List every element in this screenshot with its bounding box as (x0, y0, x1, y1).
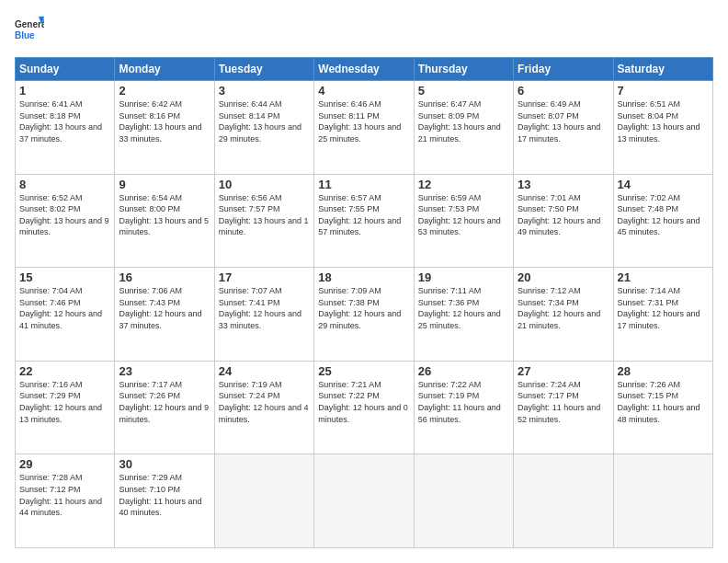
day-info: Sunrise: 7:02 AM Sunset: 7:48 PM Dayligh… (618, 192, 709, 238)
day-info: Sunrise: 7:01 AM Sunset: 7:50 PM Dayligh… (518, 192, 609, 238)
header-wednesday: Wednesday (314, 58, 414, 81)
day-info: Sunrise: 7:21 AM Sunset: 7:22 PM Dayligh… (318, 379, 409, 425)
calendar-cell-4: 4 Sunrise: 6:46 AM Sunset: 8:11 PM Dayli… (314, 81, 414, 175)
day-info: Sunrise: 6:52 AM Sunset: 8:02 PM Dayligh… (19, 192, 110, 238)
calendar-cell-17: 17 Sunrise: 7:07 AM Sunset: 7:41 PM Dayl… (214, 268, 313, 362)
day-number: 19 (418, 270, 509, 284)
day-info: Sunrise: 7:07 AM Sunset: 7:41 PM Dayligh… (219, 285, 310, 331)
calendar-cell-21: 21 Sunrise: 7:14 AM Sunset: 7:31 PM Dayl… (613, 268, 712, 362)
day-number: 6 (518, 84, 609, 98)
calendar-row-1: 1 Sunrise: 6:41 AM Sunset: 8:18 PM Dayli… (16, 81, 713, 175)
day-info: Sunrise: 7:19 AM Sunset: 7:24 PM Dayligh… (219, 379, 310, 425)
calendar-cell-3: 3 Sunrise: 6:44 AM Sunset: 8:14 PM Dayli… (214, 81, 313, 175)
day-number: 4 (318, 84, 409, 98)
header-thursday: Thursday (414, 58, 513, 81)
calendar-cell-18: 18 Sunrise: 7:09 AM Sunset: 7:38 PM Dayl… (314, 268, 414, 362)
day-info: Sunrise: 6:56 AM Sunset: 7:57 PM Dayligh… (219, 192, 310, 238)
calendar-cell-9: 9 Sunrise: 6:54 AM Sunset: 8:00 PM Dayli… (115, 174, 214, 268)
calendar-row-3: 15 Sunrise: 7:04 AM Sunset: 7:46 PM Dayl… (16, 268, 713, 362)
day-info: Sunrise: 6:51 AM Sunset: 8:04 PM Dayligh… (618, 98, 709, 144)
calendar-row-5: 29 Sunrise: 7:28 AM Sunset: 7:12 PM Dayl… (16, 454, 713, 548)
calendar-row-2: 8 Sunrise: 6:52 AM Sunset: 8:02 PM Dayli… (16, 174, 713, 268)
day-info: Sunrise: 6:57 AM Sunset: 7:55 PM Dayligh… (318, 192, 409, 238)
day-number: 26 (418, 364, 509, 378)
logo: General Blue (15, 15, 44, 48)
day-info: Sunrise: 6:47 AM Sunset: 8:09 PM Dayligh… (418, 98, 509, 144)
calendar-cell-14: 14 Sunrise: 7:02 AM Sunset: 7:48 PM Dayl… (613, 174, 712, 268)
calendar-cell-22: 22 Sunrise: 7:16 AM Sunset: 7:29 PM Dayl… (16, 361, 115, 454)
day-number: 7 (618, 84, 709, 98)
day-info: Sunrise: 6:59 AM Sunset: 7:53 PM Dayligh… (418, 192, 509, 238)
day-info: Sunrise: 7:06 AM Sunset: 7:43 PM Dayligh… (119, 285, 210, 331)
header-saturday: Saturday (613, 58, 712, 81)
calendar-cell-28: 28 Sunrise: 7:26 AM Sunset: 7:15 PM Dayl… (613, 361, 712, 454)
calendar-cell-6: 6 Sunrise: 6:49 AM Sunset: 8:07 PM Dayli… (514, 81, 613, 175)
header: General Blue (15, 15, 713, 48)
day-number: 3 (219, 84, 310, 98)
day-info: Sunrise: 7:09 AM Sunset: 7:38 PM Dayligh… (318, 285, 409, 331)
header-sunday: Sunday (16, 58, 115, 81)
day-info: Sunrise: 7:29 AM Sunset: 7:10 PM Dayligh… (119, 472, 210, 518)
calendar-cell-2: 2 Sunrise: 6:42 AM Sunset: 8:16 PM Dayli… (115, 81, 214, 175)
day-info: Sunrise: 7:14 AM Sunset: 7:31 PM Dayligh… (618, 285, 709, 331)
day-number: 12 (418, 178, 509, 191)
calendar-cell-13: 13 Sunrise: 7:01 AM Sunset: 7:50 PM Dayl… (514, 174, 613, 268)
calendar-cell-24: 24 Sunrise: 7:19 AM Sunset: 7:24 PM Dayl… (214, 361, 313, 454)
day-number: 21 (618, 270, 709, 284)
svg-text:General: General (15, 19, 44, 29)
calendar-cell-27: 27 Sunrise: 7:24 AM Sunset: 7:17 PM Dayl… (514, 361, 613, 454)
day-number: 9 (119, 178, 210, 191)
day-number: 2 (119, 84, 210, 98)
day-number: 5 (418, 84, 509, 98)
day-number: 24 (219, 364, 310, 378)
day-number: 29 (19, 457, 110, 471)
day-number: 18 (318, 270, 409, 284)
calendar-cell-8: 8 Sunrise: 6:52 AM Sunset: 8:02 PM Dayli… (16, 174, 115, 268)
day-info: Sunrise: 7:17 AM Sunset: 7:26 PM Dayligh… (119, 379, 210, 425)
calendar-cell-5: 5 Sunrise: 6:47 AM Sunset: 8:09 PM Dayli… (414, 81, 513, 175)
calendar-cell-23: 23 Sunrise: 7:17 AM Sunset: 7:26 PM Dayl… (115, 361, 214, 454)
day-info: Sunrise: 6:49 AM Sunset: 8:07 PM Dayligh… (518, 98, 609, 144)
calendar-row-4: 22 Sunrise: 7:16 AM Sunset: 7:29 PM Dayl… (16, 361, 713, 454)
svg-text:Blue: Blue (15, 30, 35, 40)
calendar-cell-empty-4-6 (613, 454, 712, 548)
day-number: 1 (19, 84, 110, 98)
header-monday: Monday (115, 58, 214, 81)
day-number: 8 (19, 178, 110, 191)
day-number: 27 (518, 364, 609, 378)
calendar-cell-30: 30 Sunrise: 7:29 AM Sunset: 7:10 PM Dayl… (115, 454, 214, 548)
calendar-cell-12: 12 Sunrise: 6:59 AM Sunset: 7:53 PM Dayl… (414, 174, 513, 268)
day-number: 13 (518, 178, 609, 191)
calendar-cell-29: 29 Sunrise: 7:28 AM Sunset: 7:12 PM Dayl… (16, 454, 115, 548)
day-number: 11 (318, 178, 409, 191)
calendar-cell-1: 1 Sunrise: 6:41 AM Sunset: 8:18 PM Dayli… (16, 81, 115, 175)
day-number: 15 (19, 270, 110, 284)
calendar-cell-empty-4-5 (514, 454, 613, 548)
day-info: Sunrise: 7:12 AM Sunset: 7:34 PM Dayligh… (518, 285, 609, 331)
day-info: Sunrise: 7:26 AM Sunset: 7:15 PM Dayligh… (618, 379, 709, 425)
calendar-cell-15: 15 Sunrise: 7:04 AM Sunset: 7:46 PM Dayl… (16, 268, 115, 362)
header-tuesday: Tuesday (214, 58, 313, 81)
day-number: 10 (219, 178, 310, 191)
calendar-cell-16: 16 Sunrise: 7:06 AM Sunset: 7:43 PM Dayl… (115, 268, 214, 362)
day-number: 30 (119, 457, 210, 471)
calendar-cell-26: 26 Sunrise: 7:22 AM Sunset: 7:19 PM Dayl… (414, 361, 513, 454)
logo-svg: General Blue (15, 15, 44, 48)
day-number: 14 (618, 178, 709, 191)
day-number: 22 (19, 364, 110, 378)
weekday-header-row: Sunday Monday Tuesday Wednesday Thursday… (16, 58, 713, 81)
day-number: 16 (119, 270, 210, 284)
calendar-cell-11: 11 Sunrise: 6:57 AM Sunset: 7:55 PM Dayl… (314, 174, 414, 268)
calendar-cell-empty-4-4 (414, 454, 513, 548)
day-number: 23 (119, 364, 210, 378)
day-info: Sunrise: 7:22 AM Sunset: 7:19 PM Dayligh… (418, 379, 509, 425)
day-info: Sunrise: 6:41 AM Sunset: 8:18 PM Dayligh… (19, 98, 110, 144)
day-info: Sunrise: 6:54 AM Sunset: 8:00 PM Dayligh… (119, 192, 210, 238)
calendar-cell-25: 25 Sunrise: 7:21 AM Sunset: 7:22 PM Dayl… (314, 361, 414, 454)
day-number: 25 (318, 364, 409, 378)
header-friday: Friday (514, 58, 613, 81)
day-info: Sunrise: 7:11 AM Sunset: 7:36 PM Dayligh… (418, 285, 509, 331)
calendar-cell-20: 20 Sunrise: 7:12 AM Sunset: 7:34 PM Dayl… (514, 268, 613, 362)
calendar-cell-7: 7 Sunrise: 6:51 AM Sunset: 8:04 PM Dayli… (613, 81, 712, 175)
day-info: Sunrise: 7:24 AM Sunset: 7:17 PM Dayligh… (518, 379, 609, 425)
